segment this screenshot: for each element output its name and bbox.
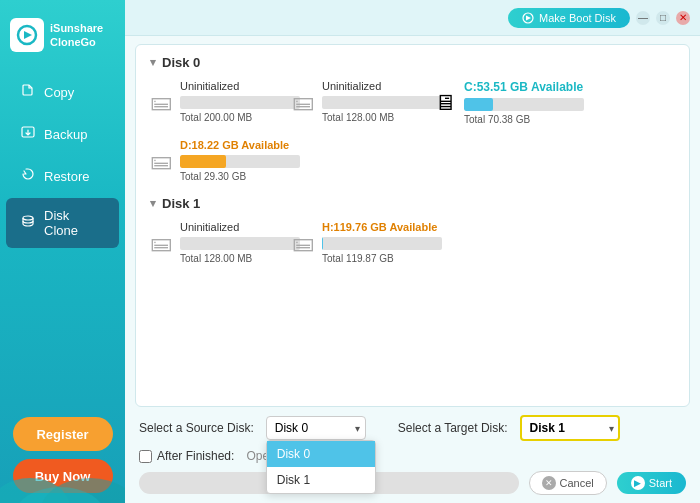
- disk-item-uninit3: 🖴 Uninitialized Total 128.00 MB: [150, 221, 280, 264]
- logo-area: iSunshare CloneGo: [0, 10, 125, 60]
- make-boot-disk-button[interactable]: Make Boot Disk: [508, 8, 630, 28]
- sidebar: iSunshare CloneGo Copy Backup: [0, 0, 125, 503]
- target-dropdown-wrapper: Disk 1 Disk 0 ▾: [520, 415, 620, 441]
- controls-area: Select a Source Disk: Disk 0 Disk 1 ▾ Di…: [125, 407, 700, 503]
- disk0-fill4: [180, 155, 226, 168]
- sidebar-item-backup[interactable]: Backup: [6, 114, 119, 154]
- drive-icon-uninit1: 🖴: [150, 89, 172, 115]
- source-target-row: Select a Source Disk: Disk 0 Disk 1 ▾ Di…: [139, 415, 686, 441]
- target-label: Select a Target Disk:: [398, 421, 508, 435]
- disk0-items: 🖴 Uninitialized Total 200.00 MB 🖴 Unini: [150, 80, 675, 125]
- close-button[interactable]: ✕: [676, 11, 690, 25]
- svg-marker-8: [526, 15, 531, 20]
- start-button[interactable]: ▶ Start: [617, 472, 686, 494]
- source-disk-select[interactable]: Disk 0 Disk 1: [266, 416, 366, 440]
- source-option-disk0[interactable]: Disk 0: [267, 441, 375, 467]
- drive-icon-c: 🖥: [434, 90, 456, 116]
- after-row: After Finished: Operate Alternate: [139, 449, 686, 463]
- disk0-header[interactable]: ▾ Disk 0: [150, 55, 675, 70]
- copy-icon: [20, 82, 36, 102]
- disk1-header[interactable]: ▾ Disk 1: [150, 196, 675, 211]
- drive-icon-uninit2: 🖴: [292, 89, 314, 115]
- nav-items: Copy Backup Restore: [0, 70, 125, 407]
- logo-icon: [10, 18, 44, 52]
- drive-icon-h: 🖴: [292, 230, 314, 256]
- after-finished-label[interactable]: After Finished:: [139, 449, 234, 463]
- restore-icon: [20, 166, 36, 186]
- main-area: Make Boot Disk — □ ✕ ▾ Disk 0 🖴 Uninitia…: [125, 0, 700, 503]
- disk1-bar2: [322, 237, 442, 250]
- disk-item-c: 🖥 C:53.51 GB Available Total 70.38 GB: [434, 80, 564, 125]
- source-dropdown-popup: Disk 0 Disk 1: [266, 440, 376, 494]
- cancel-button[interactable]: ✕ Cancel: [529, 471, 607, 495]
- source-option-disk1[interactable]: Disk 1: [267, 467, 375, 493]
- disk0-bar2: [322, 96, 442, 109]
- maximize-button[interactable]: □: [656, 11, 670, 25]
- svg-point-3: [23, 216, 33, 220]
- disk-item-d: 🖴 D:18.22 GB Available Total 29.30 GB: [150, 139, 280, 182]
- target-disk-select[interactable]: Disk 1 Disk 0: [520, 415, 620, 441]
- disk0-fill3: [464, 98, 493, 111]
- disk-item-h: 🖴 H:119.76 GB Available Total 119.87 GB: [292, 221, 422, 264]
- progress-row: 0% ✕ Cancel ▶ Start: [139, 471, 686, 495]
- minimize-button[interactable]: —: [636, 11, 650, 25]
- logo-text: iSunshare CloneGo: [50, 21, 103, 50]
- disk0-bar1: [180, 96, 300, 109]
- source-label: Select a Source Disk:: [139, 421, 254, 435]
- disk-clone-icon: [20, 213, 36, 233]
- disk-area: ▾ Disk 0 🖴 Uninitialized Total 200.00 MB: [135, 44, 690, 407]
- source-dropdown-wrapper: Disk 0 Disk 1 ▾ Disk 0 Disk 1 ➤: [266, 416, 366, 440]
- disk0-items-row2: 🖴 D:18.22 GB Available Total 29.30 GB: [150, 139, 675, 182]
- disk-item-uninit1: 🖴 Uninitialized Total 200.00 MB: [150, 80, 280, 125]
- disk1-items: 🖴 Uninitialized Total 128.00 MB 🖴 H:119: [150, 221, 675, 264]
- backup-icon: [20, 124, 36, 144]
- disk1-fill2: [322, 237, 323, 250]
- sidebar-item-restore[interactable]: Restore: [6, 156, 119, 196]
- cancel-icon: ✕: [542, 476, 556, 490]
- disk1-bar1: [180, 237, 300, 250]
- sidebar-item-copy[interactable]: Copy: [6, 72, 119, 112]
- boot-disk-icon: [522, 12, 534, 24]
- drive-icon-d: 🖴: [150, 148, 172, 174]
- disk1-chevron: ▾: [150, 197, 156, 210]
- disk-item-uninit2: 🖴 Uninitialized Total 128.00 MB: [292, 80, 422, 125]
- titlebar: Make Boot Disk — □ ✕: [125, 0, 700, 36]
- sidebar-item-disk-clone[interactable]: Disk Clone: [6, 198, 119, 248]
- disk0-bar4: [180, 155, 300, 168]
- register-button[interactable]: Register: [13, 417, 113, 451]
- buy-now-button[interactable]: Buy Now: [13, 459, 113, 493]
- svg-marker-1: [24, 31, 32, 39]
- after-finished-checkbox[interactable]: [139, 450, 152, 463]
- start-icon: ▶: [631, 476, 645, 490]
- disk0-bar3: [464, 98, 584, 111]
- drive-icon-uninit3: 🖴: [150, 230, 172, 256]
- sidebar-bottom: Register Buy Now: [0, 407, 125, 503]
- disk0-chevron: ▾: [150, 56, 156, 69]
